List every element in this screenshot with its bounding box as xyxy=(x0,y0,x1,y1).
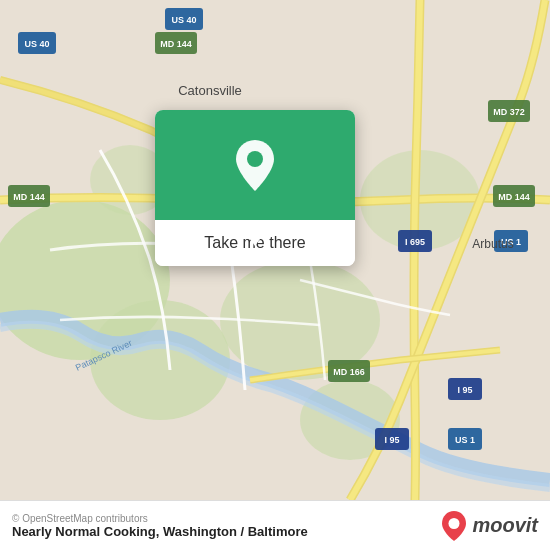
svg-point-34 xyxy=(247,151,263,167)
location-pin-icon xyxy=(231,138,279,193)
map-container: MD 144 MD 144 MD 144 US 40 US 40 MD 372 … xyxy=(0,0,550,500)
svg-point-35 xyxy=(449,518,460,529)
svg-text:MD 144: MD 144 xyxy=(13,192,45,202)
footer-info: © OpenStreetMap contributors Nearly Norm… xyxy=(12,513,308,539)
svg-text:I 95: I 95 xyxy=(384,435,399,445)
popup-caret xyxy=(245,232,265,246)
svg-text:MD 372: MD 372 xyxy=(493,107,525,117)
svg-text:MD 144: MD 144 xyxy=(498,192,530,202)
moovit-logo[interactable]: moovit xyxy=(440,510,538,542)
svg-text:MD 144: MD 144 xyxy=(160,39,192,49)
svg-text:I 695: I 695 xyxy=(405,237,425,247)
footer-bar: © OpenStreetMap contributors Nearly Norm… xyxy=(0,500,550,550)
svg-text:MD 166: MD 166 xyxy=(333,367,365,377)
moovit-pin-icon xyxy=(440,510,468,542)
moovit-brand-text: moovit xyxy=(472,514,538,537)
svg-text:US 40: US 40 xyxy=(24,39,49,49)
svg-text:US 1: US 1 xyxy=(455,435,475,445)
svg-text:I 95: I 95 xyxy=(457,385,472,395)
svg-text:US 40: US 40 xyxy=(171,15,196,25)
svg-text:Arbutus: Arbutus xyxy=(472,237,513,251)
popup-header xyxy=(155,110,355,220)
svg-text:Catonsville: Catonsville xyxy=(178,83,242,98)
location-title: Nearly Normal Cooking, Washington / Balt… xyxy=(12,524,308,539)
copyright-text: © OpenStreetMap contributors xyxy=(12,513,308,524)
